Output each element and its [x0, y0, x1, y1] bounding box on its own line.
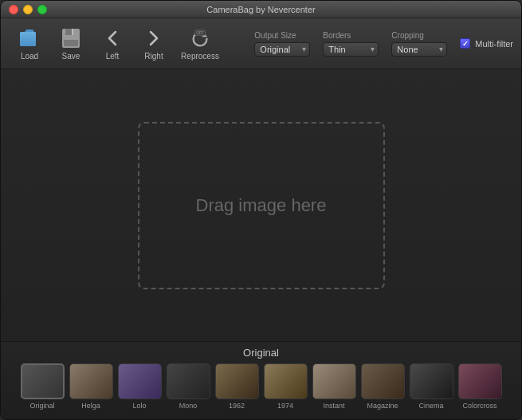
- filter-name-helga: Helga: [81, 402, 100, 410]
- save-icon: [60, 27, 82, 49]
- borders-label: Borders: [323, 31, 351, 40]
- load-button[interactable]: Load: [9, 22, 50, 66]
- borders-control: Borders None Thin Medium Thick: [323, 31, 379, 57]
- window-controls: [9, 5, 47, 14]
- filter-item-1974[interactable]: 1974: [264, 363, 308, 410]
- filter-item-colorcross[interactable]: Colorcross: [458, 363, 502, 410]
- active-filter-label: Original: [243, 347, 279, 359]
- load-label: Load: [21, 52, 38, 61]
- toolbar-buttons: Load Save Left: [9, 22, 226, 66]
- filter-thumb-1974: [264, 363, 308, 399]
- filter-name-lolo: Lolo: [132, 402, 146, 410]
- drop-zone[interactable]: Drag image here: [138, 122, 385, 289]
- filter-name-1962: 1962: [229, 402, 245, 410]
- filter-name-instant: Instant: [323, 402, 344, 410]
- svg-rect-1: [20, 32, 36, 46]
- filter-thumb-instant: [312, 363, 356, 399]
- cropping-select[interactable]: None Square 4:3 16:9: [391, 42, 447, 57]
- filter-thumb-helga: [69, 363, 113, 399]
- filter-thumb-mono: [167, 363, 210, 399]
- cropping-label: Cropping: [391, 31, 424, 40]
- toolbar-right-controls: Output Size Original Small Medium Large …: [254, 31, 513, 57]
- maximize-button[interactable]: [37, 5, 47, 14]
- filter-item-original[interactable]: Original: [21, 363, 65, 410]
- filter-item-cinema[interactable]: Cinema: [410, 363, 453, 410]
- reprocess-button[interactable]: OFF Reprocess: [175, 22, 226, 66]
- right-label: Right: [144, 52, 163, 61]
- load-icon: [18, 27, 41, 49]
- filter-thumb-magazine: [361, 363, 405, 399]
- left-icon: [101, 27, 124, 49]
- left-label: Left: [106, 52, 120, 61]
- save-button[interactable]: Save: [50, 22, 92, 66]
- svg-text:OFF: OFF: [196, 30, 203, 34]
- main-canvas[interactable]: Drag image here: [1, 69, 521, 341]
- filter-item-magazine[interactable]: Magazine: [361, 363, 405, 410]
- svg-marker-2: [20, 29, 34, 32]
- right-icon: [143, 27, 165, 49]
- filter-thumb-colorcross: [458, 363, 502, 399]
- filter-name-original: Original: [29, 402, 54, 410]
- svg-rect-5: [72, 29, 73, 35]
- output-size-control: Output Size Original Small Medium Large: [254, 31, 310, 57]
- output-size-select[interactable]: Original Small Medium Large: [254, 42, 310, 57]
- left-button[interactable]: Left: [92, 22, 133, 66]
- svg-rect-6: [64, 40, 78, 46]
- filter-item-helga[interactable]: Helga: [69, 363, 113, 410]
- filter-thumb-original: [21, 363, 65, 399]
- save-label: Save: [62, 52, 80, 61]
- multifilter-label: Multi-filter: [475, 39, 513, 49]
- filter-name-magazine: Magazine: [367, 402, 398, 410]
- multifilter-control: Multi-filter: [460, 38, 513, 49]
- titlebar: CameraBag by Nevercenter: [1, 1, 521, 18]
- filter-item-mono[interactable]: Mono: [167, 363, 210, 410]
- toolbar: Load Save Left: [1, 18, 521, 69]
- borders-wrapper: None Thin Medium Thick: [323, 41, 379, 57]
- minimize-button[interactable]: [23, 5, 33, 14]
- filter-thumb-cinema: [410, 363, 453, 399]
- filter-item-lolo[interactable]: Lolo: [118, 363, 162, 410]
- cropping-wrapper: None Square 4:3 16:9: [391, 41, 447, 57]
- window-title: CameraBag by Nevercenter: [206, 5, 315, 14]
- reprocess-label: Reprocess: [181, 52, 219, 61]
- reprocess-icon: OFF: [189, 27, 211, 49]
- close-button[interactable]: [9, 5, 18, 14]
- borders-select[interactable]: None Thin Medium Thick: [323, 42, 379, 57]
- filter-name-cinema: Cinema: [418, 402, 443, 410]
- filter-thumb-lolo: [118, 363, 162, 399]
- right-button[interactable]: Right: [133, 22, 175, 66]
- drop-zone-text: Drag image here: [196, 195, 327, 216]
- filter-item-instant[interactable]: Instant: [312, 363, 356, 410]
- filter-list: OriginalHelgaLoloMono19621974InstantMaga…: [13, 363, 510, 410]
- filter-item-1962[interactable]: 1962: [215, 363, 259, 410]
- output-size-label: Output Size: [254, 31, 296, 40]
- filter-name-colorcross: Colorcross: [462, 402, 496, 410]
- multifilter-checkbox[interactable]: [460, 38, 470, 49]
- filter-name-mono: Mono: [179, 402, 198, 410]
- filter-strip: Original OriginalHelgaLoloMono19621974In…: [1, 341, 521, 420]
- filter-thumb-1962: [215, 363, 259, 399]
- filter-name-1974: 1974: [277, 402, 293, 410]
- output-size-wrapper: Original Small Medium Large: [254, 41, 310, 57]
- cropping-control: Cropping None Square 4:3 16:9: [391, 31, 447, 57]
